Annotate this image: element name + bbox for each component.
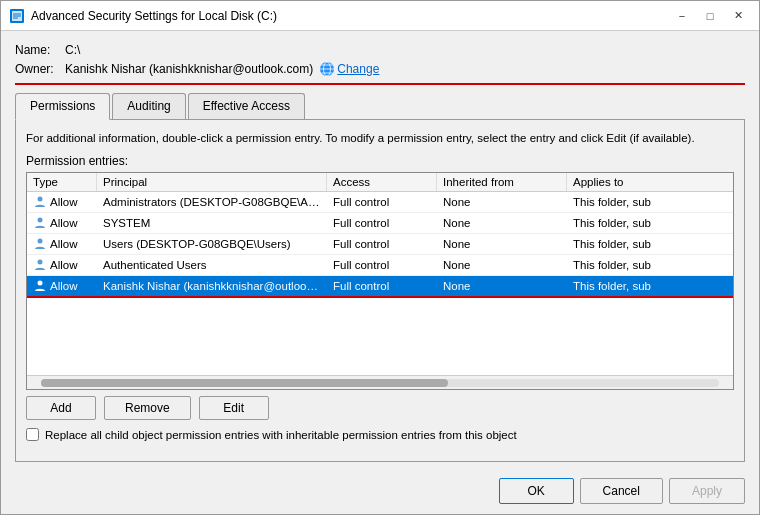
- replace-permissions-label: Replace all child object permission entr…: [45, 429, 517, 441]
- user-icon: [33, 195, 47, 209]
- change-link[interactable]: Change: [337, 62, 379, 76]
- cell-type: Allow: [27, 213, 97, 233]
- cell-applies: This folder, sub: [567, 214, 697, 232]
- svg-point-7: [38, 197, 43, 202]
- edit-button[interactable]: Edit: [199, 396, 269, 420]
- cell-access: Full control: [327, 256, 437, 274]
- replace-permissions-checkbox[interactable]: [26, 428, 39, 441]
- cell-inherited: None: [437, 214, 567, 232]
- cell-access: Full control: [327, 235, 437, 253]
- main-window: Advanced Security Settings for Local Dis…: [0, 0, 760, 515]
- footer: OK Cancel Apply: [1, 472, 759, 514]
- tab-auditing[interactable]: Auditing: [112, 93, 185, 119]
- perm-entries-label: Permission entries:: [26, 154, 734, 168]
- user-icon: [33, 216, 47, 230]
- col-header-applies: Applies to: [567, 173, 697, 191]
- title-bar-buttons: − □ ✕: [669, 6, 751, 26]
- svg-point-8: [38, 218, 43, 223]
- user-icon: [33, 237, 47, 251]
- globe-icon: [319, 61, 335, 77]
- cell-type: Allow: [27, 192, 97, 212]
- col-header-access: Access: [327, 173, 437, 191]
- window-icon: [9, 8, 25, 24]
- cell-applies: This folder, sub: [567, 193, 697, 211]
- cell-principal: Users (DESKTOP-G08GBQE\Users): [97, 235, 327, 253]
- svg-point-11: [38, 281, 43, 286]
- permissions-table: Type Principal Access Inherited from App…: [26, 172, 734, 390]
- cell-inherited: None: [437, 277, 567, 295]
- owner-label: Owner:: [15, 62, 65, 76]
- cell-access: Full control: [327, 193, 437, 211]
- cell-type: Allow: [27, 234, 97, 254]
- owner-row: Owner: Kanishk Nishar (kanishkknishar@ou…: [15, 61, 745, 85]
- cell-inherited: None: [437, 235, 567, 253]
- table-header: Type Principal Access Inherited from App…: [27, 173, 733, 192]
- owner-value: Kanishk Nishar (kanishkknishar@outlook.c…: [65, 62, 313, 76]
- cell-access: Full control: [327, 214, 437, 232]
- scrollbar-thumb: [41, 379, 448, 387]
- svg-point-9: [38, 239, 43, 244]
- remove-button[interactable]: Remove: [104, 396, 191, 420]
- svg-point-10: [38, 260, 43, 265]
- minimize-button[interactable]: −: [669, 6, 695, 26]
- ok-button[interactable]: OK: [499, 478, 574, 504]
- cell-principal: Kanishk Nishar (kanishkknishar@outlook.c…: [97, 277, 327, 295]
- content-area: Name: C:\ Owner: Kanishk Nishar (kanishk…: [1, 31, 759, 472]
- title-bar: Advanced Security Settings for Local Dis…: [1, 1, 759, 31]
- cancel-button[interactable]: Cancel: [580, 478, 663, 504]
- name-label: Name:: [15, 43, 65, 57]
- tab-effective-access[interactable]: Effective Access: [188, 93, 305, 119]
- table-row[interactable]: Allow Administrators (DESKTOP-G08GBQE\Ad…: [27, 192, 733, 213]
- scrollbar-track: [41, 379, 719, 387]
- cell-type: Allow: [27, 255, 97, 275]
- horizontal-scrollbar[interactable]: [27, 375, 733, 389]
- cell-principal: Authenticated Users: [97, 256, 327, 274]
- apply-button[interactable]: Apply: [669, 478, 745, 504]
- cell-principal: SYSTEM: [97, 214, 327, 232]
- col-header-type: Type: [27, 173, 97, 191]
- maximize-button[interactable]: □: [697, 6, 723, 26]
- cell-inherited: None: [437, 256, 567, 274]
- user-icon: [33, 279, 47, 293]
- checkbox-row: Replace all child object permission entr…: [26, 428, 734, 441]
- info-text: For additional information, double-click…: [26, 130, 734, 146]
- cell-applies: This folder, sub: [567, 256, 697, 274]
- tab-content-permissions: For additional information, double-click…: [15, 119, 745, 462]
- name-value: C:\: [65, 43, 80, 57]
- tabs-container: Permissions Auditing Effective Access: [15, 93, 745, 119]
- close-button[interactable]: ✕: [725, 6, 751, 26]
- cell-applies: This folder, sub: [567, 235, 697, 253]
- col-header-principal: Principal: [97, 173, 327, 191]
- table-row[interactable]: Allow Kanishk Nishar (kanishkknishar@out…: [27, 276, 733, 298]
- name-row: Name: C:\: [15, 43, 745, 57]
- cell-applies: This folder, sub: [567, 277, 697, 295]
- title-bar-text: Advanced Security Settings for Local Dis…: [31, 9, 669, 23]
- col-header-inherited: Inherited from: [437, 173, 567, 191]
- table-row[interactable]: Allow Users (DESKTOP-G08GBQE\Users) Full…: [27, 234, 733, 255]
- table-body: Allow Administrators (DESKTOP-G08GBQE\Ad…: [27, 192, 733, 375]
- cell-type: Allow: [27, 276, 97, 296]
- action-buttons: Add Remove Edit: [26, 396, 734, 420]
- user-icon: [33, 258, 47, 272]
- table-row[interactable]: Allow SYSTEM Full control None This fold…: [27, 213, 733, 234]
- tab-permissions[interactable]: Permissions: [15, 93, 110, 120]
- table-row[interactable]: Allow Authenticated Users Full control N…: [27, 255, 733, 276]
- cell-inherited: None: [437, 193, 567, 211]
- cell-principal: Administrators (DESKTOP-G08GBQE\Administ…: [97, 193, 327, 211]
- cell-access: Full control: [327, 277, 437, 295]
- add-button[interactable]: Add: [26, 396, 96, 420]
